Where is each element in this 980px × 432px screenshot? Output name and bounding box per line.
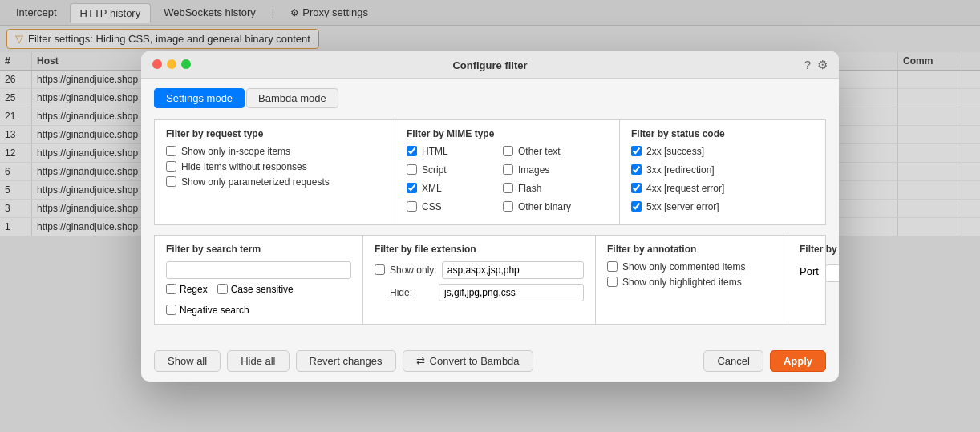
convert-to-bambda-button[interactable]: ⇄ Convert to Bambda: [403, 350, 533, 372]
annotation-commented: Show only commented items: [607, 261, 776, 273]
label-other-binary: Other binary: [518, 201, 571, 212]
convert-icon: ⇄: [416, 355, 425, 367]
regex-label: Regex: [166, 284, 208, 295]
mime-flash: Flash: [503, 183, 599, 194]
filter-search-section: Filter by search term Regex Case sensiti…: [155, 236, 363, 324]
checkbox-xml[interactable]: [407, 183, 417, 193]
revert-changes-button[interactable]: Revert changes: [296, 350, 396, 372]
checkbox-images[interactable]: [503, 164, 513, 175]
mime-other-text: Other text: [503, 146, 599, 157]
checkbox-negative-search[interactable]: [166, 305, 176, 315]
case-sensitive-label: Case sensitive: [217, 284, 294, 295]
filter-row-parameterized: Show only parameterized requests: [166, 176, 383, 188]
minimize-button[interactable]: [167, 59, 176, 69]
port-label: Port: [800, 265, 819, 277]
mime-other-binary: Other binary: [503, 201, 599, 212]
filter-listener-title: Filter by listener: [800, 244, 839, 255]
mime-grid: HTML Other text Script Images: [407, 146, 608, 216]
checkbox-parameterized[interactable]: [166, 176, 176, 187]
mode-tabs: Settings mode Bambda mode: [154, 88, 826, 108]
apply-button[interactable]: Apply: [770, 350, 826, 372]
label-highlighted: Show only highlighted items: [622, 277, 742, 288]
mime-images: Images: [503, 164, 599, 176]
label-html: HTML: [422, 146, 448, 157]
show-only-input[interactable]: [442, 261, 584, 279]
checkbox-highlighted[interactable]: [607, 277, 618, 287]
checkbox-html[interactable]: [407, 146, 417, 156]
checkbox-other-text[interactable]: [503, 146, 513, 156]
filter-status-title: Filter by status code: [631, 128, 833, 139]
show-only-label: Show only:: [390, 264, 437, 276]
show-all-button[interactable]: Show all: [154, 350, 221, 372]
checkbox-4xx[interactable]: [631, 183, 642, 193]
status-4xx: 4xx [request error]: [631, 183, 833, 194]
configure-filter-dialog: Configure filter ? ⚙ Settings mode Bambd…: [141, 51, 839, 382]
filter-extension-title: Filter by file extension: [375, 244, 584, 255]
checkbox-flash[interactable]: [503, 183, 513, 193]
label-in-scope: Show only in-scope items: [181, 146, 290, 157]
checkbox-css[interactable]: [407, 201, 417, 212]
label-commented: Show only commented items: [622, 261, 745, 273]
filter-sections-lower: Filter by search term Regex Case sensiti…: [154, 235, 826, 325]
checkbox-in-scope[interactable]: [166, 146, 176, 156]
port-input[interactable]: [825, 264, 839, 282]
label-other-text: Other text: [518, 146, 561, 157]
footer-left: Show all Hide all Revert changes ⇄ Conve…: [154, 350, 533, 372]
checkbox-show-only[interactable]: [375, 264, 385, 275]
filter-annotation-title: Filter by annotation: [607, 244, 776, 255]
close-button[interactable]: [152, 59, 162, 69]
label-parameterized: Show only parameterized requests: [181, 176, 330, 188]
status-grid: 2xx [success] 3xx [redirection] 4xx [req…: [631, 146, 833, 216]
filter-request-type-section: Filter by request type Show only in-scop…: [155, 120, 395, 224]
filter-search-title: Filter by search term: [166, 244, 351, 255]
label-2xx: 2xx [success]: [646, 146, 704, 157]
label-script: Script: [422, 164, 447, 176]
checkbox-commented[interactable]: [607, 261, 618, 272]
footer-right: Cancel Apply: [703, 350, 826, 372]
label-3xx: 3xx [redirection]: [646, 164, 715, 176]
dialog-body: Settings mode Bambda mode Filter by requ…: [141, 79, 839, 344]
label-4xx: 4xx [request error]: [646, 183, 724, 194]
mime-html: HTML: [407, 146, 503, 157]
checkbox-5xx[interactable]: [631, 201, 642, 212]
settings-icon[interactable]: ⚙: [817, 58, 828, 72]
status-2xx: 2xx [success]: [631, 146, 833, 157]
hide-row: Hide:: [375, 284, 584, 301]
tab-bambda-mode[interactable]: Bambda mode: [246, 88, 338, 108]
mime-script: Script: [407, 164, 503, 176]
mime-css: CSS: [407, 201, 503, 212]
checkbox-regex[interactable]: [166, 284, 176, 294]
label-xml: XML: [422, 183, 442, 194]
help-icon[interactable]: ?: [804, 58, 811, 72]
filter-request-type-title: Filter by request type: [166, 128, 383, 139]
dialog-footer: Show all Hide all Revert changes ⇄ Conve…: [141, 344, 839, 382]
maximize-button[interactable]: [181, 59, 191, 69]
status-5xx: 5xx [server error]: [631, 201, 833, 212]
checkbox-script[interactable]: [407, 164, 417, 175]
cancel-button[interactable]: Cancel: [703, 350, 763, 372]
filter-status-section: Filter by status code 2xx [success] 3xx …: [620, 120, 839, 224]
filter-listener-section: Filter by listener Port: [788, 236, 839, 324]
filter-sections-upper: Filter by request type Show only in-scop…: [154, 119, 826, 225]
show-only-row: Show only:: [375, 261, 584, 279]
tab-settings-mode[interactable]: Settings mode: [154, 88, 245, 108]
label-css: CSS: [422, 201, 442, 212]
label-no-response: Hide items without responses: [181, 161, 307, 172]
checkbox-no-response[interactable]: [166, 161, 176, 172]
filter-extension-section: Filter by file extension Show only: Hide…: [363, 236, 596, 324]
label-images: Images: [518, 164, 549, 176]
window-controls: [152, 59, 191, 69]
dialog-title: Configure filter: [452, 59, 527, 71]
hide-input[interactable]: [439, 284, 584, 301]
checkbox-3xx[interactable]: [631, 164, 642, 175]
modal-overlay: Configure filter ? ⚙ Settings mode Bambd…: [0, 0, 980, 432]
checkbox-2xx[interactable]: [631, 146, 642, 156]
checkbox-other-binary[interactable]: [503, 201, 513, 212]
filter-mime-section: Filter by MIME type HTML Other text S: [395, 120, 620, 224]
mime-xml: XML: [407, 183, 503, 194]
hide-all-button[interactable]: Hide all: [227, 350, 289, 372]
filter-row-no-response: Hide items without responses: [166, 161, 383, 172]
search-term-input[interactable]: [166, 261, 351, 279]
label-5xx: 5xx [server error]: [646, 201, 719, 212]
checkbox-case-sensitive[interactable]: [217, 284, 228, 294]
